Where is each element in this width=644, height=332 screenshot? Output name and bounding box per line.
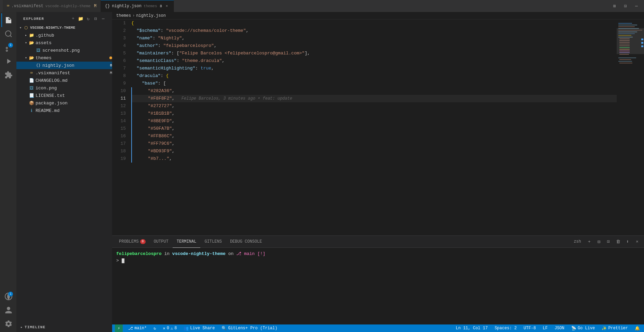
tree-item-nightly-json[interactable]: {} nightly.json 8 — [16, 62, 112, 69]
error-count: 0 — [167, 326, 169, 331]
terminal-panel: PROBLEMS 8 OUTPUT TERMINAL GITLENS DEBUG… — [112, 235, 644, 324]
code-line-16: "#FFB86C", — [131, 132, 617, 140]
themes-modified-dot — [109, 56, 112, 59]
github-folder-icon: 📁 — [29, 33, 34, 38]
collapse-button[interactable]: ⊟ — [92, 15, 99, 22]
status-go-live[interactable]: 📡 Go Live — [570, 324, 596, 332]
icon-png-icon: 🖼 — [29, 85, 34, 91]
activity-search[interactable] — [1, 27, 15, 41]
tab-problems[interactable]: PROBLEMS 8 — [115, 236, 150, 248]
go-live-icon: 📡 — [571, 326, 576, 331]
themes-folder-icon: 📂 — [29, 55, 34, 61]
activity-run[interactable] — [1, 54, 15, 68]
status-remote-button[interactable]: ⚡ — [115, 324, 123, 332]
json-file-icon: {} — [105, 4, 110, 9]
tab-nightly-json[interactable]: {} nightly.json themes 8 × — [101, 0, 174, 12]
code-editor[interactable]: 1 2 3 4 5 6 7 8 9 10 11 12 13 14 — [112, 20, 617, 235]
vsix-file-icon: ⌨ — [29, 70, 34, 76]
tree-item-themes[interactable]: ▾ 📂 themes — [16, 54, 112, 62]
tab-output[interactable]: OUTPUT — [150, 236, 173, 248]
code-line-9: "base": [ — [131, 80, 617, 87]
status-formatter[interactable]: ✨ Prettier — [600, 324, 629, 332]
tree-root[interactable]: ▾ ⬡ VSCODE-NIGHTLY-THEME — [16, 24, 112, 31]
status-sync[interactable]: ↻ — [152, 324, 157, 332]
tree-item-screenshot[interactable]: 🖼 screenshot.png — [16, 47, 112, 54]
code-lines[interactable]: { "$schema": "vscode://schemas/color-the… — [130, 20, 617, 235]
term-in: in — [164, 251, 172, 256]
activity-explorer[interactable] — [1, 13, 15, 27]
activity-source-control[interactable]: 1 — [1, 41, 15, 54]
minimap-svg — [617, 20, 644, 235]
term-branch-status: [!] — [257, 251, 265, 256]
terminal-layout-button[interactable]: ⊡ — [604, 238, 613, 246]
activity-extensions[interactable] — [1, 68, 15, 82]
split-terminal-button[interactable]: ⊟ — [595, 238, 603, 246]
screenshot-file-name: screenshot.png — [42, 48, 112, 53]
github-chevron: ▸ — [23, 33, 29, 38]
kill-terminal-button[interactable]: 🗑 — [614, 238, 622, 246]
more-actions-button[interactable]: ⋯ — [632, 2, 641, 10]
status-spaces[interactable]: Spaces: 2 — [493, 324, 518, 332]
license-name: LICENSE.txt — [36, 93, 112, 98]
icon-png-name: icon.png — [36, 86, 112, 91]
refresh-button[interactable]: ↻ — [85, 15, 92, 22]
changelog-icon: 📄 — [29, 78, 34, 83]
status-live-share[interactable]: 👥 Live Share — [182, 324, 216, 332]
account-icon — [4, 306, 13, 314]
activity-account[interactable] — [1, 303, 15, 317]
code-line-2: "$schema": "vscode://schemas/color-theme… — [131, 27, 617, 35]
tab-close-button[interactable]: × — [164, 3, 170, 9]
tab-terminal[interactable]: TERMINAL — [173, 236, 201, 248]
status-line-ending[interactable]: LF — [541, 324, 549, 332]
status-cursor-position[interactable]: Ln 11, Col 17 — [454, 324, 489, 332]
timeline-section[interactable]: ▸ TIMELINE — [16, 322, 112, 332]
tree-item-changelog[interactable]: 📄 CHANGELOG.md — [16, 77, 112, 84]
problems-label: PROBLEMS — [119, 239, 139, 244]
new-terminal-button[interactable]: + — [585, 238, 593, 246]
terminal-label: TERMINAL — [177, 239, 197, 244]
split-editor-button[interactable]: ⊞ — [610, 2, 619, 10]
svg-rect-24 — [618, 61, 632, 62]
tree-item-package[interactable]: 📦 package.json — [16, 99, 112, 107]
status-gitlens[interactable]: 🔍 GitLens+ Pro (Trial) — [220, 324, 279, 332]
status-notifications[interactable]: 🔔 — [633, 324, 641, 332]
tab-vsixmanifest[interactable]: ⌨ .vsixmanifest vscode-nightly-theme M — [3, 0, 101, 12]
tree-item-assets[interactable]: ▾ 📂 assets — [16, 39, 112, 47]
breadcrumb-folder: themes — [116, 13, 131, 18]
tree-item-vsixmanifest[interactable]: ⌨ .vsixmanifest M — [16, 69, 112, 77]
status-file-type[interactable]: JSON — [553, 324, 566, 332]
breadcrumb-toggle-button[interactable]: ⊡ — [621, 2, 630, 10]
line-numbers: 1 2 3 4 5 6 7 8 9 10 11 12 13 14 — [112, 20, 130, 235]
tree-item-icon[interactable]: 🖼 icon.png — [16, 84, 112, 92]
activity-remote[interactable]: 1 — [1, 290, 15, 303]
status-branch[interactable]: ⎇ main* — [127, 324, 148, 332]
warning-icon: ⚠ — [171, 326, 173, 331]
new-file-button[interactable]: + — [70, 15, 77, 22]
tab-debug-console[interactable]: DEBUG CONSOLE — [226, 236, 266, 248]
tab-gitlens[interactable]: GITLENS — [200, 236, 226, 248]
more-options-button[interactable]: ⋯ — [100, 15, 107, 22]
status-errors[interactable]: ✕ 0 ⚠ 8 — [161, 324, 178, 332]
tree-item-readme[interactable]: ℹ README.md — [16, 107, 112, 114]
license-spacer — [23, 93, 29, 98]
breadcrumb: themes › nightly.json — [112, 12, 644, 20]
nightly-json-badge: 8 — [110, 63, 112, 67]
source-control-badge: 1 — [8, 43, 13, 48]
terminal-content[interactable]: felipebarcelospro in vscode-nightly-them… — [112, 248, 644, 324]
tree-item-github[interactable]: ▸ 📁 .github — [16, 31, 112, 39]
close-panel-button[interactable]: × — [633, 238, 641, 246]
term-on: on — [228, 251, 236, 256]
activity-settings[interactable] — [1, 317, 15, 331]
status-encoding[interactable]: UTF-8 — [522, 324, 537, 332]
git-blame-11: Felipe Barcelos, 3 minutes ago • feat: u… — [182, 96, 292, 101]
code-line-15: "#50FA7B", — [131, 125, 617, 132]
encoding-label: UTF-8 — [524, 326, 536, 331]
status-right: Ln 11, Col 17 Spaces: 2 UTF-8 LF JSON — [454, 324, 641, 332]
maximize-panel-button[interactable]: ⬆ — [623, 238, 632, 246]
new-folder-button[interactable]: 📁 — [77, 15, 84, 22]
svg-rect-27 — [641, 39, 643, 40]
panel-actions: zsh + ⊟ ⊡ 🗑 ⬆ × — [574, 238, 641, 246]
screenshot-file-icon: 🖼 — [36, 48, 41, 53]
code-line-14: "#8BE9FD", — [131, 117, 617, 125]
tree-item-license[interactable]: 📃 LICENSE.txt — [16, 92, 112, 99]
